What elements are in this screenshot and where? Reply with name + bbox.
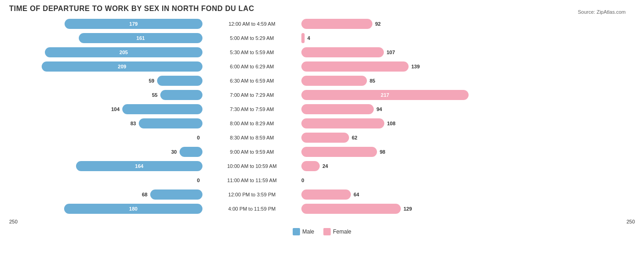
- male-section: 179: [9, 19, 206, 29]
- time-label: 8:00 AM to 8:29 AM: [206, 121, 298, 126]
- axis-right-label: 250: [627, 219, 635, 224]
- chart-row: 1615:00 AM to 5:29 AM4: [9, 32, 635, 45]
- female-value: 92: [375, 21, 381, 27]
- female-bar: [301, 33, 305, 43]
- female-value: 85: [370, 78, 375, 84]
- female-bar: [301, 61, 409, 72]
- female-section: 129: [298, 204, 635, 214]
- time-label: 5:30 AM to 5:59 AM: [206, 50, 298, 55]
- chart-row: 1047:30 AM to 7:59 AM94: [9, 103, 635, 116]
- male-bar: [139, 118, 202, 128]
- female-bar: [301, 19, 372, 29]
- time-label: 5:00 AM to 5:29 AM: [206, 35, 298, 41]
- female-value: 4: [307, 35, 310, 41]
- axis-left-label: 250: [9, 219, 17, 224]
- chart-row: 596:30 AM to 6:59 AM85: [9, 74, 635, 87]
- male-value: 55: [152, 92, 158, 98]
- time-label: 4:00 PM to 11:59 PM: [206, 206, 298, 212]
- male-value: 104: [111, 106, 120, 112]
- time-label: 8:30 AM to 8:59 AM: [206, 135, 298, 140]
- male-section: 209: [9, 61, 206, 72]
- time-label: 11:00 AM to 11:59 AM: [206, 178, 298, 183]
- chart-row: 6812:00 PM to 3:59 PM64: [9, 188, 635, 201]
- time-label: 10:00 AM to 10:59 AM: [206, 163, 298, 169]
- female-value: 98: [380, 149, 385, 155]
- female-section: 107: [298, 47, 635, 57]
- chart-row: 2055:30 AM to 5:59 AM107: [9, 46, 635, 59]
- legend-female-label: Female: [333, 228, 351, 235]
- female-value: 107: [387, 50, 395, 55]
- chart-row: 309:00 AM to 9:59 AM98: [9, 145, 635, 158]
- female-bar: [301, 118, 384, 128]
- chart-row: 16410:00 AM to 10:59 AM24: [9, 160, 635, 173]
- female-section: 108: [298, 118, 635, 128]
- chart-row: 1804:00 PM to 11:59 PM129: [9, 202, 635, 215]
- female-bar: [301, 47, 384, 57]
- male-value-zero: 0: [197, 135, 200, 140]
- male-bar: 179: [65, 19, 202, 29]
- male-section: 164: [9, 161, 206, 171]
- chart-row: 011:00 AM to 11:59 AM0: [9, 174, 635, 187]
- male-section: 161: [9, 33, 206, 43]
- time-label: 7:30 AM to 7:59 AM: [206, 106, 298, 112]
- female-section: 139: [298, 61, 635, 72]
- axis-row: 250 250: [9, 219, 635, 224]
- male-bar: 164: [76, 161, 202, 171]
- male-section: 205: [9, 47, 206, 57]
- male-value: 83: [131, 121, 136, 126]
- legend: Male Female: [9, 228, 635, 235]
- male-bar: 209: [42, 61, 202, 72]
- female-bar: [301, 161, 320, 171]
- male-bar: 161: [79, 33, 202, 43]
- female-section: 98: [298, 147, 635, 157]
- female-section: 4: [298, 33, 635, 43]
- time-label: 12:00 AM to 4:59 AM: [206, 21, 298, 27]
- female-value-zero: 0: [301, 178, 304, 183]
- male-value-zero: 0: [197, 178, 200, 183]
- male-section: 0: [9, 178, 206, 183]
- female-bar: [301, 104, 374, 114]
- male-section: 30: [9, 147, 206, 157]
- legend-male-label: Male: [302, 228, 314, 235]
- female-bar: 217: [301, 90, 469, 100]
- time-label: 12:00 PM to 3:59 PM: [206, 192, 298, 197]
- male-section: 59: [9, 76, 206, 86]
- female-section: 64: [298, 189, 635, 200]
- female-section: 92: [298, 19, 635, 29]
- chart-row: 838:00 AM to 8:29 AM108: [9, 117, 635, 130]
- female-value: 129: [404, 206, 412, 212]
- legend-female: Female: [323, 228, 351, 235]
- male-bar: [160, 90, 202, 100]
- male-section: 104: [9, 104, 206, 114]
- male-value: 59: [149, 78, 154, 84]
- female-value: 24: [322, 163, 328, 169]
- male-section: 0: [9, 135, 206, 140]
- time-label: 6:00 AM to 6:29 AM: [206, 64, 298, 69]
- female-value: 64: [354, 192, 359, 197]
- female-value: 94: [377, 106, 382, 112]
- male-bar: [150, 189, 202, 200]
- female-bar: [301, 204, 401, 214]
- female-bar: [301, 189, 351, 200]
- male-bar: [180, 147, 202, 157]
- male-bar: [122, 104, 202, 114]
- chart-title: TIME OF DEPARTURE TO WORK BY SEX IN NORT…: [9, 5, 635, 13]
- source-label: Source: ZipAtlas.com: [578, 9, 626, 15]
- time-label: 7:00 AM to 7:29 AM: [206, 92, 298, 98]
- legend-male-icon: [293, 228, 300, 235]
- female-value: 108: [387, 121, 395, 126]
- female-bar: [301, 147, 377, 157]
- male-section: 180: [9, 204, 206, 214]
- male-section: 68: [9, 189, 206, 200]
- chart-container: 17912:00 AM to 4:59 AM921615:00 AM to 5:…: [9, 17, 635, 235]
- male-bar: 180: [64, 204, 202, 214]
- male-value: 68: [142, 192, 147, 197]
- female-section: 62: [298, 133, 635, 143]
- female-section: 94: [298, 104, 635, 114]
- male-bar: [157, 76, 202, 86]
- female-section: 85: [298, 76, 635, 86]
- female-bar: [301, 76, 367, 86]
- chart-row: 08:30 AM to 8:59 AM62: [9, 131, 635, 144]
- female-value: 62: [352, 135, 357, 140]
- male-section: 83: [9, 118, 206, 128]
